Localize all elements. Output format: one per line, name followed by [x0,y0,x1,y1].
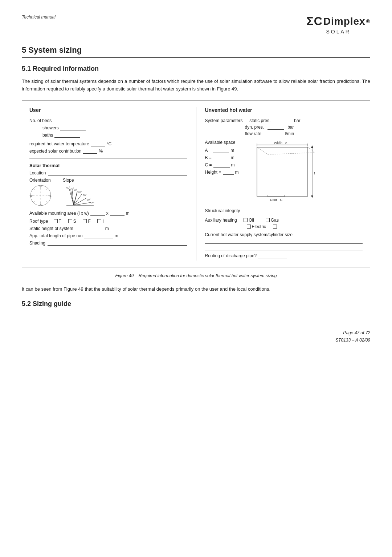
aux-other-checkbox[interactable] [273,225,277,229]
dim-a-field[interactable] [213,148,229,153]
svg-rect-38 [257,147,308,196]
aux-other-item [273,224,301,229]
svg-text:30°: 30° [83,194,87,197]
page-footer: Page 47 of 72 ST0133 – A 02/09 [22,330,370,343]
solar-contribution-field[interactable] [83,149,97,154]
dim-height-field[interactable] [223,170,234,175]
baths-row: baths [29,133,187,138]
page-number: Page 47 of 72 [22,330,370,336]
logo: ΣC Dimplex ® SOLAR [306,15,370,35]
system-params-row: System parameters static pres. bar [205,118,363,123]
aux-electric-checkbox[interactable] [247,225,251,229]
document-ref: ST0133 – A 02/09 [22,337,370,344]
hot-water-temp-row: required hot water temperature °C [29,141,187,146]
solar-contribution-row: expected solar contribution % [29,149,187,154]
dim-c-row: C = m [205,162,239,167]
logo-sigma: ΣC [306,15,322,28]
roof-f-checkbox[interactable] [83,219,87,223]
roof-s-checkbox[interactable] [68,219,72,223]
orientation-col: Orientation N S W E [29,178,52,208]
hot-water-temp-field[interactable] [91,141,105,146]
section-51-title: 5.1 Required information [22,65,370,73]
dim-a-row: A = m [205,148,239,153]
structural-field[interactable] [243,208,363,213]
static-pres-field[interactable] [274,118,290,123]
svg-text:Door - C: Door - C [270,198,283,202]
svg-text:20°: 20° [87,198,91,201]
shading-row: Shading [29,241,187,246]
available-space-label: Available space [205,140,239,145]
svg-text:E: E [49,194,51,197]
section-52-title: 5.2 Sizing guide [22,300,370,308]
roof-type-row: Roof type T S F I [29,219,187,224]
showers-field[interactable] [60,125,86,130]
mounting-w-field[interactable] [110,211,124,216]
showers-row: showers [29,125,187,130]
roof-s-item: S [68,219,76,224]
roof-i-item: I [97,219,103,224]
current-hw-field-1[interactable] [205,239,363,244]
logo-brand: Dimplex [323,16,366,27]
current-hw-field-2[interactable] [205,245,363,250]
roof-i-checkbox[interactable] [97,219,101,223]
logo-registered: ® [366,19,370,24]
svg-line-9 [33,188,35,190]
section-51-followup: It can be seen from Figure 49 that the s… [22,286,370,293]
aux-heating-row1: Auxiliary heating Oil Gas [205,218,363,223]
aux-gas-checkbox[interactable] [266,218,270,222]
logo-sub: SOLAR [306,29,370,35]
no-of-beds-row: No. of beds [29,118,187,123]
svg-text:W: W [29,194,32,197]
structural-integrity-row: Structural integrity [205,208,363,213]
section-5-title: 5 System sizing [22,45,370,58]
page-header: Technical manual ΣC Dimplex ® SOLAR [22,15,370,35]
dim-c-field[interactable] [213,162,230,167]
document-label: Technical manual [22,15,56,20]
slope-col: Slope 60° 70° 80° 40° 30° 20° 10° [63,178,95,208]
space-left: Available space A = m B = m C = m [205,140,239,177]
svg-line-25 [74,191,77,205]
section-51-body: The sizing of solar thermal systems depe… [22,78,370,93]
svg-line-12 [46,201,48,203]
space-box-diagram: Width - A Depth - B Door - C [246,140,315,203]
location-row: Location [29,170,187,175]
aux-gas-item: Gas [266,218,279,223]
current-hw-label: Current hot water supply system/cylinder… [205,232,363,237]
roof-t-checkbox[interactable] [54,219,58,223]
routing-field[interactable] [258,253,287,258]
aux-other-field[interactable] [279,224,299,229]
dim-b-row: B = m [205,155,239,160]
roof-t-item: T [54,219,61,224]
shading-field[interactable] [48,241,187,246]
pipe-run-field[interactable] [84,233,113,238]
static-height-row: Static height of system m [29,226,187,231]
aux-heating-row2: Electric [205,224,363,229]
dyn-pres-field[interactable] [268,125,284,130]
mounting-l-field[interactable] [90,211,105,216]
flow-rate-field[interactable] [265,131,281,136]
aux-oil-item: Oil [244,218,254,223]
pipe-run-row: App. total length of pipe run m [29,233,187,238]
column-divider [196,107,196,261]
svg-line-10 [46,188,48,190]
roof-f-item: F [83,219,90,224]
figure-left-col: User No. of beds showers baths required … [29,107,187,261]
dyn-pres-row: dyn. pres. bar [205,125,363,130]
figure-49-caption: Figure 49 – Required information for dom… [22,273,370,278]
svg-text:40°: 40° [78,191,82,193]
dim-b-field[interactable] [213,155,229,160]
static-height-field[interactable] [75,226,104,231]
box-diagram-container: Width - A Depth - B Door - C [246,140,315,205]
solar-thermal-label: Solar thermal [29,163,187,168]
mounting-area-row: Available mounting area (l x w) x m [29,211,187,216]
svg-marker-36 [311,195,313,198]
routing-row: Routing of discharge pipe? [205,253,363,258]
svg-line-23 [71,190,74,205]
dim-height-row: Height = m [205,170,239,175]
user-title: User [29,107,187,113]
baths-field[interactable] [54,133,80,138]
aux-oil-checkbox[interactable] [244,218,248,222]
no-of-beds-field[interactable] [53,118,78,123]
logo-text: ΣC Dimplex ® [306,15,370,28]
svg-text:80°: 80° [74,189,78,191]
